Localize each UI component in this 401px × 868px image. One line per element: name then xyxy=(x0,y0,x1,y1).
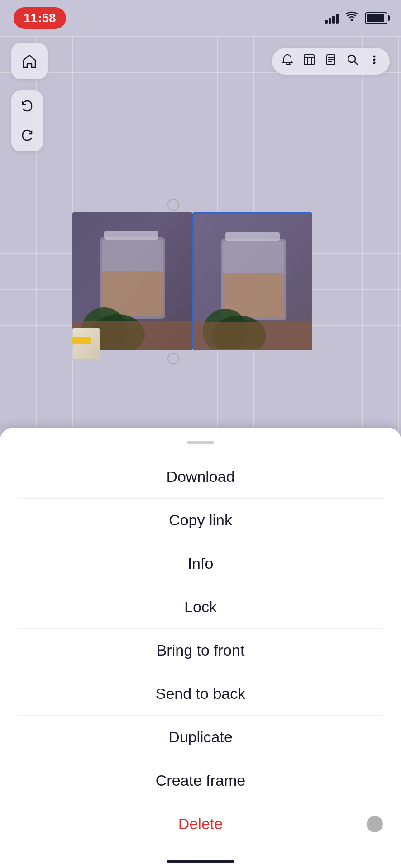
selection-handle-bottom[interactable] xyxy=(167,353,179,364)
redo-button[interactable] xyxy=(16,124,38,147)
wifi-icon xyxy=(345,11,358,25)
status-icons xyxy=(325,11,387,25)
delete-button[interactable]: Delete xyxy=(0,802,401,845)
copy-link-button[interactable]: Copy link xyxy=(0,499,401,542)
info-button[interactable]: Info xyxy=(0,542,401,585)
selection-handle-top[interactable] xyxy=(167,199,179,211)
table-icon[interactable] xyxy=(303,53,315,69)
home-indicator xyxy=(167,860,234,863)
mini-thumbnail xyxy=(72,328,100,359)
svg-point-13 xyxy=(373,58,376,61)
download-button[interactable]: Download xyxy=(0,455,401,498)
drag-handle[interactable] xyxy=(367,816,383,832)
home-button[interactable] xyxy=(11,43,48,79)
svg-point-0 xyxy=(351,19,353,21)
send-to-back-button[interactable]: Send to back xyxy=(0,672,401,715)
image-right[interactable] xyxy=(192,212,312,350)
context-menu-sheet: Download Copy link Info Lock Bring to fr… xyxy=(0,428,401,868)
svg-point-14 xyxy=(373,61,376,64)
svg-rect-33 xyxy=(194,322,312,350)
undo-redo-group xyxy=(11,90,43,151)
bring-to-front-button[interactable]: Bring to front xyxy=(0,629,401,672)
top-right-toolbar xyxy=(272,48,390,75)
document-icon[interactable] xyxy=(325,53,337,69)
undo-button[interactable] xyxy=(16,95,38,118)
svg-line-11 xyxy=(354,61,358,65)
top-toolbar xyxy=(0,43,401,79)
time-display: 11:58 xyxy=(14,7,66,29)
signal-icon xyxy=(325,13,339,24)
canvas-images xyxy=(72,212,317,362)
create-frame-button[interactable]: Create frame xyxy=(0,759,401,802)
status-bar: 11:58 xyxy=(0,0,401,36)
svg-rect-1 xyxy=(304,55,314,65)
battery-icon xyxy=(365,12,387,24)
svg-point-12 xyxy=(373,55,376,57)
duplicate-button[interactable]: Duplicate xyxy=(0,716,401,759)
left-toolbar xyxy=(11,90,43,151)
yellow-badge xyxy=(72,337,91,344)
sheet-handle xyxy=(187,441,214,444)
search-icon[interactable] xyxy=(346,53,359,69)
lock-button[interactable]: Lock xyxy=(0,585,401,628)
more-icon[interactable] xyxy=(368,53,381,69)
notification-icon[interactable] xyxy=(281,53,294,69)
